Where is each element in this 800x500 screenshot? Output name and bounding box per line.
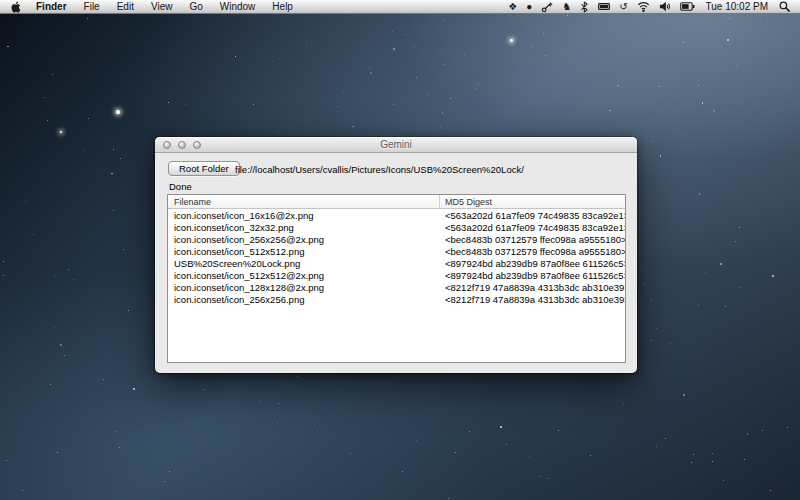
table-row[interactable]: icon.iconset/icon_512x512@2x.png <897924… xyxy=(168,269,625,281)
window-title: Gemini xyxy=(380,139,412,150)
filename-cell: icon.iconset/icon_512x512.png xyxy=(168,246,440,257)
menu-item[interactable]: Help xyxy=(272,1,293,12)
table-row[interactable]: icon.iconset/icon_32x32.png <563a202d 61… xyxy=(168,221,625,233)
time-machine-icon[interactable]: ↺ xyxy=(619,0,627,14)
table-body: icon.iconset/icon_16x16@2x.png <563a202d… xyxy=(168,209,625,305)
evernote-elephant-icon[interactable]: ♞ xyxy=(562,0,571,14)
md5-cell: <897924bd ab239db9 87a0f8ee 611526c5> xyxy=(440,258,625,269)
filename-cell: icon.iconset/icon_256x256.png xyxy=(168,294,440,305)
filename-cell: icon.iconset/icon_32x32.png xyxy=(168,222,440,233)
dark-sphere-app-icon[interactable]: ● xyxy=(526,0,532,14)
filename-cell: USB%20Screen%20Lock.png xyxy=(168,258,440,269)
bluetooth-icon[interactable] xyxy=(580,0,589,14)
menu-item[interactable]: Edit xyxy=(117,1,134,12)
wifi-icon[interactable] xyxy=(637,0,650,14)
md5-cell: <8212f719 47a8839a 4313b3dc ab310e39> xyxy=(440,294,625,305)
md5-cell: <563a202d 61a7fe09 74c49835 83ca92e1> xyxy=(440,222,625,233)
volume-icon[interactable] xyxy=(659,0,671,14)
app-menus: FinderFileEditViewGoWindowHelp xyxy=(36,1,293,12)
menu-item[interactable]: View xyxy=(151,1,173,12)
window-title-bar[interactable]: Gemini xyxy=(155,137,637,153)
menu-item[interactable]: Window xyxy=(220,1,256,12)
spotlight-icon[interactable] xyxy=(779,0,790,14)
table-row[interactable]: icon.iconset/icon_256x256@2x.png <bec848… xyxy=(168,233,625,245)
close-button[interactable] xyxy=(163,141,171,149)
column-header-md5[interactable]: MD5 Digest xyxy=(440,197,625,207)
menu-bar: FinderFileEditViewGoWindowHelp ❖ ● ♞ ↺ T… xyxy=(0,0,800,14)
display-icon[interactable] xyxy=(598,0,610,14)
table-row[interactable]: icon.iconset/icon_512x512.png <bec8483b … xyxy=(168,245,625,257)
traffic-lights xyxy=(163,141,201,149)
menu-item[interactable]: File xyxy=(84,1,100,12)
four-arrows-sync-icon[interactable]: ❖ xyxy=(508,0,517,14)
table-row[interactable]: icon.iconset/icon_128x128@2x.png <8212f7… xyxy=(168,281,625,293)
table-row[interactable]: USB%20Screen%20Lock.png <897924bd ab239d… xyxy=(168,257,625,269)
folder-path-label: file://localhost/Users/cvallis/Pictures/… xyxy=(235,164,524,175)
menu-bar-clock[interactable]: Tue 10:02 PM xyxy=(706,1,768,12)
filename-cell: icon.iconset/icon_16x16@2x.png xyxy=(168,210,440,221)
status-label: Done xyxy=(169,181,192,192)
filename-cell: icon.iconset/icon_512x512@2x.png xyxy=(168,270,440,281)
status-menus: ❖ ● ♞ ↺ Tue 10:02 PM xyxy=(508,0,790,14)
table-row[interactable]: icon.iconset/icon_256x256.png <8212f719 … xyxy=(168,293,625,305)
zoom-button[interactable] xyxy=(193,141,201,149)
md5-cell: <bec8483b 03712579 ffec098a a9555180> xyxy=(440,246,625,257)
results-table: Filename MD5 Digest icon.iconset/icon_16… xyxy=(167,194,626,363)
filename-cell: icon.iconset/icon_128x128@2x.png xyxy=(168,282,440,293)
battery-icon[interactable] xyxy=(680,0,695,14)
md5-cell: <bec8483b 03712579 ffec098a a9555180> xyxy=(440,234,625,245)
md5-cell: <8212f719 47a8839a 4313b3dc ab310e39> xyxy=(440,282,625,293)
root-folder-button[interactable]: Root Folder xyxy=(168,161,240,176)
table-header: Filename MD5 Digest xyxy=(168,195,625,209)
md5-cell: <563a202d 61a7fe09 74c49835 83ca92e1> xyxy=(440,210,625,221)
menu-item[interactable]: Go xyxy=(189,1,202,12)
minimize-button[interactable] xyxy=(178,141,186,149)
window-content: Root Folder file://localhost/Users/cvall… xyxy=(155,153,637,373)
md5-cell: <897924bd ab239db9 87a0f8ee 611526c5> xyxy=(440,270,625,281)
column-header-filename[interactable]: Filename xyxy=(168,195,440,208)
menu-item[interactable]: Finder xyxy=(36,1,67,12)
key-icon[interactable] xyxy=(541,0,553,14)
filename-cell: icon.iconset/icon_256x256@2x.png xyxy=(168,234,440,245)
table-row[interactable]: icon.iconset/icon_16x16@2x.png <563a202d… xyxy=(168,209,625,221)
gemini-window: Gemini Root Folder file://localhost/User… xyxy=(155,137,637,373)
apple-menu-icon[interactable] xyxy=(10,1,21,13)
